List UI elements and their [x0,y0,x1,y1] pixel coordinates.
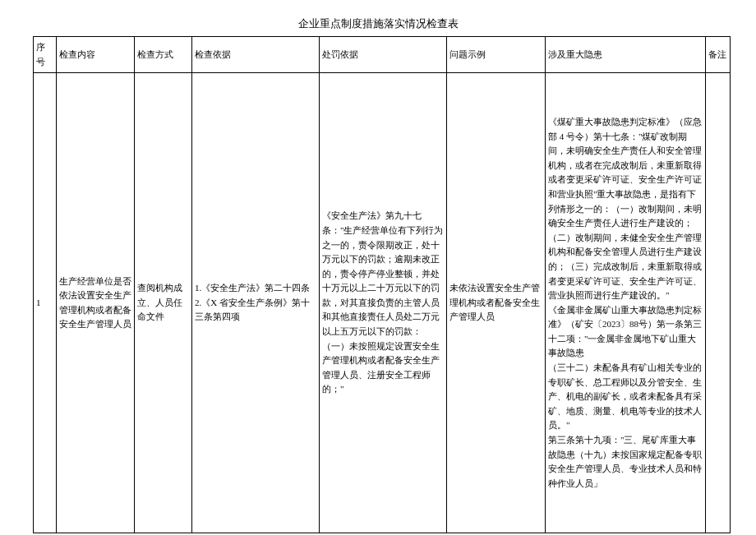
cell-method: 查阅机构成立、人员任命文件 [135,73,192,533]
header-hazard: 涉及重大隐患 [546,37,706,73]
cell-penalty: 《安全生产法》第九十七条："生产经营单位有下列行为之一的，责令限期改正，处十万元… [320,73,447,533]
cell-content: 生产经营单位是否依法设置安全生产管理机构或者配备安全生产管理人员 [57,73,135,533]
cell-seq: 1 [34,73,57,533]
header-content: 检查内容 [57,37,135,73]
cell-example: 未依法设置安全生产管理机构或者配备安全生产管理人员 [447,73,546,533]
cell-basis: 1.《安全生产法》第二十四条 2.《X 省安全生产条例》第十三条第四项 [192,73,320,533]
header-example: 问题示例 [447,37,546,73]
table-row: 1 生产经营单位是否依法设置安全生产管理机构或者配备安全生产管理人员 查阅机构成… [34,73,731,533]
cell-remark [706,73,731,533]
header-remark: 备注 [706,37,731,73]
header-method: 检查方式 [135,37,192,73]
page-title: 企业重点制度措施落实情况检查表 [33,16,723,31]
header-seq: 序号 [34,37,57,73]
table-header-row: 序号 检查内容 检查方式 检查依据 处罚依据 问题示例 涉及重大隐患 备注 [34,37,731,73]
cell-hazard: 《煤矿重大事故隐患判定标准》（应急部 4 号令）第十七条："煤矿改制期间，未明确… [546,73,706,533]
header-basis: 检查依据 [192,37,320,73]
header-penalty: 处罚依据 [320,37,447,73]
inspection-table: 序号 检查内容 检查方式 检查依据 处罚依据 问题示例 涉及重大隐患 备注 1 … [33,36,731,533]
